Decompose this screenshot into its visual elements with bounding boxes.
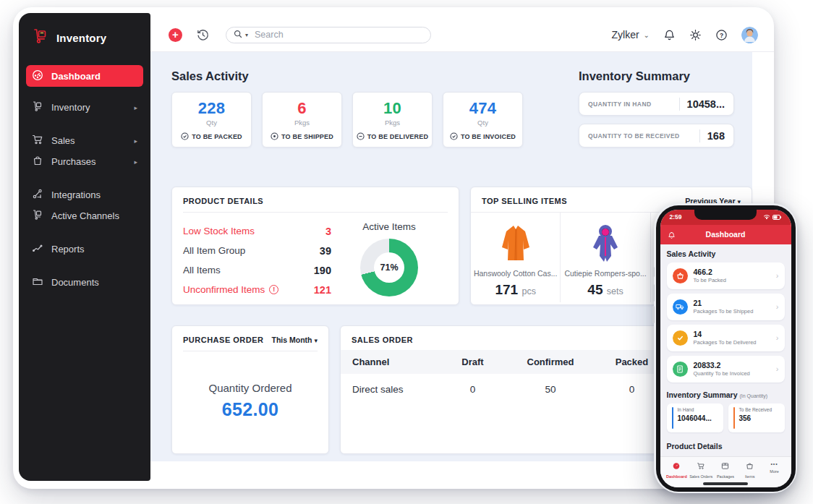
to-be-packed-unit: Qty bbox=[172, 119, 251, 127]
cart-icon bbox=[32, 134, 43, 148]
top-item-1[interactable]: Hanswooly Cotton Cas... 171 pcs bbox=[471, 213, 561, 302]
search-icon bbox=[234, 28, 242, 41]
phone-page-title: Dashboard bbox=[706, 230, 746, 239]
quantity-in-hand-label: QUANTITY IN HAND bbox=[588, 101, 651, 108]
invoiced-status-icon bbox=[450, 132, 458, 140]
top-selling-items-title: TOP SELLING ITEMS bbox=[482, 197, 567, 205]
to-be-delivered-value: 10 bbox=[353, 99, 432, 118]
quantity-to-be-received-row[interactable]: QUANTITY TO BE RECEIVED 168 bbox=[579, 124, 734, 148]
quantity-to-be-received-label: QUANTITY TO BE RECEIVED bbox=[588, 132, 680, 140]
sales-order-title: SALES ORDER bbox=[352, 336, 413, 344]
phone-to-be-received-label: To Be Received bbox=[739, 407, 772, 412]
sidebar-item-inventory[interactable]: Inventory ▸ bbox=[26, 97, 143, 118]
search-input[interactable]: ▾ Search bbox=[226, 27, 431, 43]
search-scope-caret-icon[interactable]: ▾ bbox=[245, 32, 248, 38]
to-be-invoiced-unit: Qty bbox=[443, 119, 522, 127]
chevron-right-icon: › bbox=[776, 333, 779, 342]
top-item-2-qty: 45 bbox=[587, 282, 603, 297]
purchase-order-card: PURCHASE ORDER This Month ▾ Quantity Ord… bbox=[171, 325, 329, 454]
low-stock-items-label: Low Stock Items bbox=[183, 226, 255, 236]
phone-in-hand-label: In Hand bbox=[678, 407, 712, 412]
active-items-label: Active Items bbox=[331, 221, 447, 232]
recent-history-button[interactable] bbox=[196, 28, 210, 42]
sidebar: Inventory Dashboard Inventory ▸ bbox=[19, 13, 150, 481]
to-be-invoiced-label: TO BE INVOICED bbox=[461, 133, 516, 140]
product-details-title: PRODUCT DETAILS bbox=[183, 197, 263, 205]
phone-delivered-value: 14 bbox=[694, 330, 757, 338]
settings-button[interactable] bbox=[689, 29, 702, 41]
all-items-label: All Items bbox=[183, 265, 221, 276]
to-be-shipped-card[interactable]: 6 Pkgs TO BE SHIPPED bbox=[262, 92, 342, 148]
quantity-to-be-received-value: 168 bbox=[707, 130, 725, 142]
sidebar-item-active-channels[interactable]: Active Channels bbox=[26, 205, 143, 226]
col-draft[interactable]: Draft bbox=[438, 350, 507, 374]
top-item-2[interactable]: Cutiepie Rompers-spo... 45 sets bbox=[561, 213, 650, 302]
wifi-icon bbox=[763, 214, 770, 220]
to-be-packed-value: 228 bbox=[172, 99, 251, 118]
stat-bar bbox=[672, 407, 673, 429]
info-icon[interactable]: ! bbox=[269, 285, 278, 294]
phone-to-be-delivered-card[interactable]: 14 Packages To be Delivered › bbox=[667, 325, 785, 351]
quick-create-button[interactable]: + bbox=[169, 28, 182, 42]
phone-notch bbox=[694, 210, 757, 220]
sidebar-item-sales[interactable]: Sales ▸ bbox=[26, 130, 143, 151]
items-tab-icon bbox=[746, 462, 754, 470]
phone-to-be-received-card[interactable]: To Be Received 356 bbox=[728, 403, 785, 432]
sidebar-item-label: Reports bbox=[51, 244, 85, 255]
phone-invoiced-value: 20833.2 bbox=[694, 361, 750, 370]
purchase-order-title: PURCHASE ORDER bbox=[183, 336, 264, 344]
low-stock-items-row[interactable]: Low Stock Items 3 bbox=[183, 221, 331, 241]
quantity-in-hand-row[interactable]: QUANTITY IN HAND 10458... bbox=[579, 92, 734, 116]
notifications-button[interactable] bbox=[663, 29, 676, 41]
chevron-right-icon: › bbox=[776, 364, 779, 373]
phone-in-hand-card[interactable]: In Hand 1046044... bbox=[667, 403, 723, 432]
sidebar-item-purchases[interactable]: Purchases ▸ bbox=[26, 151, 143, 172]
to-be-packed-card[interactable]: 228 Qty TO BE PACKED bbox=[171, 92, 252, 148]
to-be-shipped-label: TO BE SHIPPED bbox=[281, 133, 333, 140]
phone-delivered-label: Packages To be Delivered bbox=[694, 339, 757, 346]
top-item-1-unit: pcs bbox=[522, 286, 535, 296]
unconfirmed-items-label: Unconfirmed Items bbox=[183, 284, 265, 295]
sidebar-item-reports[interactable]: Reports bbox=[26, 239, 143, 260]
all-item-group-row[interactable]: All Item Group 39 bbox=[183, 241, 331, 260]
phone-home-indicator[interactable] bbox=[703, 482, 748, 485]
caret-down-icon: ▾ bbox=[314, 337, 318, 344]
purchase-order-period-dropdown[interactable]: This Month ▾ bbox=[272, 336, 318, 344]
phone-screen: 2:59 Dashboard Sales bbox=[660, 210, 791, 487]
top-item-2-image bbox=[561, 220, 650, 265]
phone-bell-icon[interactable] bbox=[668, 229, 676, 242]
unconfirmed-items-value: 121 bbox=[314, 284, 331, 296]
to-be-invoiced-card[interactable]: 474 Qty TO BE INVOICED bbox=[443, 92, 523, 148]
phone-tab-dashboard[interactable]: Dashboard bbox=[665, 460, 689, 487]
app-logo[interactable]: Inventory bbox=[26, 27, 143, 48]
phone-packed-value: 466.2 bbox=[694, 268, 726, 276]
to-be-shipped-unit: Pkgs bbox=[263, 119, 341, 127]
help-button[interactable]: ? bbox=[715, 29, 728, 41]
col-confirmed[interactable]: Confirmed bbox=[507, 350, 594, 374]
sidebar-item-label: Documents bbox=[51, 277, 99, 288]
phone-mute-switch bbox=[652, 267, 655, 277]
stat-bar bbox=[733, 407, 735, 429]
all-items-row[interactable]: All Items 190 bbox=[183, 260, 331, 280]
top-item-1-image bbox=[471, 220, 560, 265]
phone-to-be-invoiced-card[interactable]: 20833.2 Quantity To be Invoiced › bbox=[667, 356, 785, 383]
phone-shipped-value: 21 bbox=[694, 299, 754, 307]
more-tab-icon: ••• bbox=[762, 460, 787, 468]
sidebar-item-dashboard[interactable]: Dashboard bbox=[26, 65, 143, 87]
org-switcher[interactable]: Zylker ⌄ bbox=[611, 29, 650, 40]
top-item-1-name: Hanswooly Cotton Cas... bbox=[471, 269, 560, 278]
sidebar-item-integrations[interactable]: Integrations bbox=[26, 184, 143, 205]
sidebar-item-documents[interactable]: Documents bbox=[26, 272, 143, 293]
all-item-group-value: 39 bbox=[320, 245, 331, 257]
to-be-invoiced-value: 474 bbox=[443, 99, 522, 118]
phone-to-be-packed-card[interactable]: 466.2 To be Packed › bbox=[667, 262, 785, 289]
col-channel[interactable]: Channel bbox=[341, 350, 438, 374]
app-title: Inventory bbox=[56, 32, 106, 44]
phone-tab-more[interactable]: ••• More bbox=[762, 460, 787, 487]
phone-volume-up-button bbox=[652, 284, 655, 302]
phone-to-be-shipped-card[interactable]: 21 Packages To be Shipped › bbox=[667, 294, 785, 320]
unconfirmed-items-row[interactable]: Unconfirmed Items ! 121 bbox=[183, 280, 331, 299]
to-be-shipped-value: 6 bbox=[263, 99, 341, 118]
to-be-delivered-card[interactable]: 10 Pkgs TO BE DELIVERED bbox=[352, 92, 433, 148]
user-avatar[interactable] bbox=[741, 27, 758, 43]
